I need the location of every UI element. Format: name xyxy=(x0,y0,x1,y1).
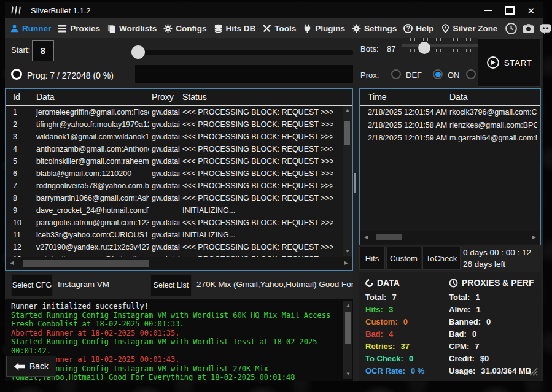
start-slider[interactable] xyxy=(135,50,353,55)
table-row[interactable]: 9dave_crocket_24@hotmail.com:FSarINITIAL… xyxy=(6,204,343,217)
select-cfg-button[interactable]: Select CFG xyxy=(11,274,53,296)
maximize-icon[interactable] xyxy=(505,6,515,15)
slider-ticks-top xyxy=(402,38,480,41)
log-line: Aborted Runner at 18-02-2025 00:01:35. xyxy=(11,329,353,338)
splitter-handle[interactable] xyxy=(354,173,356,193)
log-line: Started Running Config Instagram VM with… xyxy=(11,364,353,374)
prox-radio-on[interactable] xyxy=(433,69,443,79)
table-header: Id Data Proxy Status xyxy=(6,89,352,106)
help-icon: ? xyxy=(403,24,413,33)
scrollbar-thumb[interactable] xyxy=(23,260,149,267)
bots-slider-track[interactable] xyxy=(402,44,480,47)
tray-icons xyxy=(504,21,552,36)
back-arrow-icon xyxy=(14,363,25,371)
history-icon[interactable] xyxy=(504,21,518,36)
scroll-up-icon[interactable]: ▲ xyxy=(346,303,351,308)
hits-table: Time Data 2/18/2025 12:01:54 AMrkocik379… xyxy=(359,88,541,245)
app-window: SilverBullet 1.1.2 ✕ Runner Proxies Word… xyxy=(5,2,543,381)
prox-radio-def[interactable] xyxy=(391,69,401,79)
slider-ticks-bottom xyxy=(402,49,480,52)
window-title: SilverBullet 1.1.2 xyxy=(31,6,91,15)
table-row[interactable]: 3wildanok1@gmail.com:wildanok177gw.datai… xyxy=(6,131,343,143)
scrollbar-thumb[interactable] xyxy=(345,312,351,344)
table-row[interactable]: 2/18/2025 12:01:59 AMm.garrahi64@gmail.c… xyxy=(360,132,540,145)
prox-label: Prox: xyxy=(360,71,379,80)
menu-item-settings[interactable]: Settings xyxy=(352,24,397,33)
log-scrollbar[interactable]: ▲ ▼ xyxy=(343,301,352,379)
resize-grip[interactable] xyxy=(529,367,538,379)
scroll-left-icon[interactable]: ◀ xyxy=(10,261,14,266)
table-row[interactable]: 8barrymartin1066@gmail.com:Ashleigw.data… xyxy=(6,192,343,204)
bots-slider[interactable] xyxy=(402,38,480,58)
gear-icon xyxy=(352,24,361,33)
menu-item-runner[interactable]: Runner xyxy=(10,24,51,33)
scroll-down-icon[interactable]: ▼ xyxy=(346,372,351,377)
menu-item-hits-db[interactable]: Hits DB xyxy=(214,24,256,33)
scrollbar-thumb[interactable] xyxy=(376,234,402,240)
table-row[interactable]: 11iceb33r@yahoo.com:CURIOUS1!gw.dataiINI… xyxy=(6,229,343,241)
wordlists-icon xyxy=(107,24,116,33)
menu-item-wordlists[interactable]: Wordlists xyxy=(107,24,157,33)
horizontal-scrollbar[interactable]: ◀ ▶ xyxy=(6,257,352,269)
select-list-button[interactable]: Select List xyxy=(150,274,192,296)
data-stats-title: DATA xyxy=(365,278,400,288)
data-ring-icon xyxy=(363,277,375,288)
start-input[interactable] xyxy=(32,40,54,61)
scroll-left-icon[interactable]: ◀ xyxy=(364,235,368,240)
vertical-scrollbar[interactable]: ▲ ▼ xyxy=(343,106,352,256)
location-pin-icon xyxy=(441,24,450,33)
stat-row: Alive:1 xyxy=(449,305,481,314)
table-rows: 2/18/2025 12:01:54 AMrkocik3796@gmail.co… xyxy=(360,106,540,231)
runner-log: Runner initialized succesfully! Started … xyxy=(5,299,353,381)
tab-tocheck[interactable]: ToCheck xyxy=(422,247,461,270)
stat-row: OCR Rate:0 % xyxy=(365,366,424,375)
horizontal-scrollbar[interactable]: ◀ ▶ xyxy=(360,231,540,244)
scrollbar-thumb[interactable] xyxy=(344,121,350,145)
progress-radio[interactable] xyxy=(11,69,22,80)
table-row[interactable]: 7rodrigooliveira578@yahoo.com.br:8gw.dat… xyxy=(6,180,343,192)
bots-slider-thumb[interactable] xyxy=(418,42,430,54)
table-row[interactable]: 2tifinghr@yahoo.fr:moulay1979a123gw.data… xyxy=(6,118,343,131)
table-row[interactable]: 2/18/2025 12:01:58 AMrlenzkes@gmail.com:… xyxy=(360,119,540,132)
close-icon[interactable]: ✕ xyxy=(527,6,535,15)
menu-item-silver-zone[interactable]: Silver Zone xyxy=(441,24,498,33)
table-row[interactable]: 1jeromeleegriffin@gmail.com:Flcscmgw.dat… xyxy=(6,106,343,118)
table-row[interactable]: 4anthonzamb@gmail.com:Anthonellgw.datai<… xyxy=(6,143,343,155)
log-line: Aborted Runner at 18-02-2025 00:01:43. xyxy=(11,355,353,364)
tab-custom[interactable]: Custom xyxy=(386,247,421,270)
table-rows: 1jeromeleegriffin@gmail.com:Flcscmgw.dat… xyxy=(6,106,343,257)
minimize-icon[interactable] xyxy=(484,10,492,11)
stat-row: Total:7 xyxy=(365,293,397,302)
stat-row: Hits:3 xyxy=(365,305,393,314)
selected-wordlist-name: 270K Mix (Gmail,Yahoo,Hotmail) Good For … xyxy=(196,280,353,289)
prox-radio-off[interactable] xyxy=(466,69,476,79)
table-row[interactable]: 2/18/2025 12:01:54 AMrkocik3796@gmail.co… xyxy=(360,106,540,119)
discord-icon[interactable] xyxy=(538,21,552,36)
table-row[interactable]: 5bitcoinskiller@gmail.com:raheem54gw.dat… xyxy=(6,155,343,167)
window-controls: ✕ xyxy=(484,6,543,15)
scroll-down-icon[interactable]: ▼ xyxy=(345,249,350,254)
back-button[interactable]: Back xyxy=(6,356,56,377)
menu-item-tools[interactable]: Tools xyxy=(262,24,296,33)
camera-icon[interactable] xyxy=(521,21,535,36)
database-icon xyxy=(214,24,223,33)
menu-item-plugins[interactable]: Plugins xyxy=(303,24,345,33)
table-row[interactable]: 10panagiotis.iatrou@gmail.com:12345gw.da… xyxy=(6,217,343,229)
menu-item-help[interactable]: ? Help xyxy=(403,24,433,33)
table-row[interactable]: 12v270190@yandex.ru:z1x2c3v427019gw.data… xyxy=(6,241,343,253)
log-line: Runner initialized succesfully! xyxy=(11,302,353,311)
bots-label: Bots: xyxy=(360,44,379,53)
menu-item-proxies[interactable]: Proxies xyxy=(58,24,100,33)
table-row[interactable]: 6blabla@gmail.com:1210200gw.datai<<< PRO… xyxy=(6,167,343,180)
scroll-right-icon[interactable]: ▶ xyxy=(532,235,536,240)
menu-item-configs[interactable]: Configs xyxy=(163,24,206,33)
scroll-up-icon[interactable]: ▲ xyxy=(345,108,350,113)
start-button[interactable]: START xyxy=(478,38,541,87)
days-left: 26 days left xyxy=(463,259,505,269)
scroll-right-icon[interactable]: ▶ xyxy=(344,261,348,266)
start-slider-thumb[interactable] xyxy=(131,45,145,59)
log-line: (Gmail,Yahoo,Hotmail) Good For Everythin… xyxy=(11,373,353,381)
plug-icon xyxy=(303,24,312,33)
tab-hits[interactable]: Hits xyxy=(359,247,385,270)
stats-panel: DATA Total:7 Hits:3 Custom:0 Bad:4 Retri… xyxy=(359,272,541,381)
